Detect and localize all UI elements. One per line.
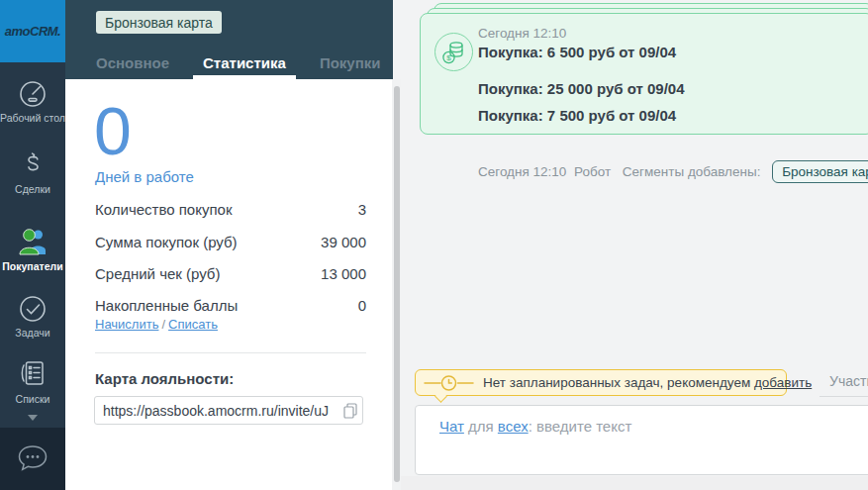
sidebar-item-deals[interactable]: Сделки xyxy=(0,149,65,195)
stat-value: 0 xyxy=(358,297,366,314)
event-author: Робот xyxy=(574,164,611,179)
tasks-icon xyxy=(18,293,48,323)
tab-main[interactable]: Основное xyxy=(92,51,173,79)
sidebar-bottom xyxy=(0,428,65,490)
stat-value: 39 000 xyxy=(321,234,366,250)
days-in-work-value: 0 xyxy=(94,97,132,164)
chat-placeholder: Чат для всех: введите текст xyxy=(439,418,631,435)
accrue-points-link[interactable]: Начислить xyxy=(95,317,158,332)
loyalty-card-url-input[interactable] xyxy=(94,396,363,425)
tab-purchases[interactable]: Покупки xyxy=(316,51,385,79)
stat-value: 3 xyxy=(358,201,366,218)
divider xyxy=(820,396,868,397)
statistics-panel: 0 Дней в работе Количество покупок 3 Сум… xyxy=(65,79,393,490)
link-separator: / xyxy=(161,317,165,332)
purchase-note-card: $ Сегодня 12:10 Покупка: 6 500 руб от 09… xyxy=(420,13,868,135)
chat-message-input[interactable]: Чат для всех: введите текст xyxy=(415,405,868,475)
sidebar-item-dashboard[interactable]: Рабочий стол xyxy=(0,78,65,124)
stat-row: Накопленные баллы 0 xyxy=(95,297,366,315)
stat-label: Сумма покупок (руб) xyxy=(95,234,238,250)
stat-row: Средний чек (руб) 13 000 xyxy=(95,265,366,283)
svg-text:$: $ xyxy=(446,53,451,62)
notice-text: Нет запланированных задач, рекомендуем д… xyxy=(483,375,812,390)
chat-audience-link[interactable]: всех xyxy=(498,418,529,435)
note-timestamp: Сегодня 12:10 xyxy=(478,26,566,41)
segment-tag-badge: Бронзовая карта xyxy=(96,11,222,34)
sidebar-item-lists[interactable]: Списки xyxy=(0,357,65,405)
loyalty-card-label: Карта лояльности: xyxy=(95,370,234,387)
clock-icon xyxy=(424,374,475,392)
event-action: Сегменты добавлены: xyxy=(623,164,761,179)
feed-panel: $ Сегодня 12:10 Покупка: 6 500 руб от 09… xyxy=(401,0,868,490)
tab-bar: Основное Статистика Покупки ... xyxy=(92,51,436,79)
purchase-icon-circle: $ xyxy=(434,33,473,71)
lists-icon xyxy=(18,357,48,389)
customers-icon xyxy=(16,225,49,256)
sidebar: amoCRM. Рабочий стол Сделки xyxy=(0,0,65,490)
segment-added-badge: Бронзовая карта xyxy=(772,160,868,183)
purchase-line: Покупка: 25 000 руб от 09/04 xyxy=(478,80,685,97)
days-in-work-label: Дней в работе xyxy=(95,168,194,185)
copy-icon[interactable] xyxy=(343,403,357,419)
coins-icon: $ xyxy=(440,39,467,65)
purchase-line: Покупка: 7 500 руб от 09/04 xyxy=(478,107,676,124)
stat-row: Сумма покупок (руб) 39 000 xyxy=(95,234,366,251)
customer-header: Бронзовая карта Основное Статистика Поку… xyxy=(65,0,393,79)
sidebar-item-label: Списки xyxy=(0,393,65,405)
amocrm-logo[interactable]: amoCRM. xyxy=(0,0,65,62)
sidebar-item-label: Задачи xyxy=(0,327,65,339)
purchase-line: Покупка: 6 500 руб от 09/04 xyxy=(478,44,676,60)
dashboard-icon xyxy=(18,78,48,108)
stat-row: Количество покупок 3 xyxy=(95,201,366,219)
robot-event-row: Сегодня 12:10 Робот Сегменты добавлены: … xyxy=(478,160,868,183)
bottom-strip xyxy=(401,476,868,490)
participants-section-label: Участни xyxy=(829,373,868,389)
support-chat-icon[interactable] xyxy=(15,441,50,475)
loyalty-card-field-wrap xyxy=(94,396,363,425)
sidebar-item-customers[interactable]: Покупатели xyxy=(0,225,65,272)
sidebar-item-label: Сделки xyxy=(0,183,65,195)
tab-statistics[interactable]: Статистика xyxy=(199,51,290,79)
chat-channel-link[interactable]: Чат xyxy=(439,418,464,435)
amocrm-customer-page: amoCRM. Рабочий стол Сделки xyxy=(0,0,868,490)
sidebar-item-tasks[interactable]: Задачи xyxy=(0,293,65,339)
deals-icon xyxy=(18,149,48,179)
stat-value: 13 000 xyxy=(321,265,366,282)
sidebar-item-label: Покупатели xyxy=(0,260,65,272)
sidebar-item-label: Рабочий стол xyxy=(0,112,65,124)
points-actions: Начислить/Списать xyxy=(95,317,218,332)
event-timestamp: Сегодня 12:10 xyxy=(478,164,566,179)
add-task-link[interactable]: добавить xyxy=(754,375,812,390)
stat-label: Количество покупок xyxy=(95,201,232,218)
stat-label: Средний чек (руб) xyxy=(95,265,220,282)
scrollbar-thumb[interactable] xyxy=(394,86,400,482)
no-tasks-notice: Нет запланированных задач, рекомендуем д… xyxy=(415,369,787,396)
divider xyxy=(95,352,366,353)
chevron-down-icon[interactable] xyxy=(28,415,38,421)
writeoff-points-link[interactable]: Списать xyxy=(168,317,218,332)
stat-label: Накопленные баллы xyxy=(95,297,238,314)
